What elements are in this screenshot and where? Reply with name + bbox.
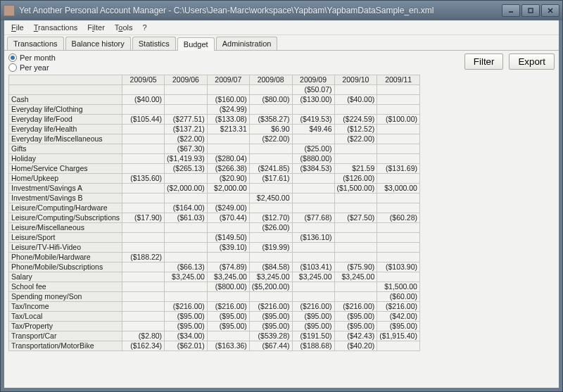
cell[interactable]: ($60.28): [377, 213, 420, 223]
cell[interactable]: [122, 243, 165, 253]
cell[interactable]: [122, 233, 165, 243]
row-header[interactable]: Phone/Mobile/Hardware: [9, 253, 122, 263]
cell[interactable]: [334, 194, 377, 203]
cell[interactable]: ($277.51): [165, 115, 208, 125]
cell[interactable]: ($95.00): [334, 322, 377, 331]
cell[interactable]: [292, 134, 334, 144]
cell[interactable]: ($95.00): [377, 322, 420, 331]
cell[interactable]: ($67.44): [249, 341, 292, 351]
column-header[interactable]: 2009/09: [292, 75, 334, 85]
cell[interactable]: ($27.50): [334, 213, 377, 223]
cell[interactable]: ($149.50): [207, 233, 249, 243]
cell[interactable]: [334, 282, 377, 292]
cell[interactable]: ($266.38): [207, 164, 249, 174]
cell[interactable]: ($12.52): [334, 125, 377, 134]
cell[interactable]: [122, 292, 165, 302]
cell[interactable]: ($135.60): [122, 174, 165, 184]
cell[interactable]: [165, 105, 208, 115]
cell[interactable]: [377, 203, 420, 213]
cell[interactable]: ($137.21): [165, 125, 208, 134]
cell[interactable]: ($2.80): [122, 331, 165, 341]
row-header[interactable]: Everyday life/Clothing: [9, 105, 122, 115]
cell[interactable]: ($22.00): [165, 134, 208, 144]
cell[interactable]: [249, 154, 292, 164]
cell[interactable]: [334, 85, 377, 95]
row-header[interactable]: Leisure/Computing/Hardware: [9, 203, 122, 213]
cell[interactable]: ($17.90): [122, 213, 165, 223]
cell[interactable]: ($34.00): [165, 331, 208, 341]
menu-file[interactable]: File: [7, 22, 28, 33]
radio-per-month[interactable]: Per month: [8, 53, 56, 62]
row-header[interactable]: Home/Service Charges: [9, 164, 122, 174]
cell[interactable]: [377, 174, 420, 184]
cell[interactable]: [207, 331, 249, 341]
cell[interactable]: ($95.00): [165, 322, 208, 331]
cell[interactable]: ($24.99): [207, 105, 249, 115]
cell[interactable]: [334, 144, 377, 154]
row-header[interactable]: [9, 85, 122, 95]
cell[interactable]: [165, 292, 208, 302]
cell[interactable]: ($62.01): [165, 341, 208, 351]
tab-balance-history[interactable]: Balance history: [65, 37, 131, 50]
cell[interactable]: ($25.00): [292, 144, 334, 154]
cell[interactable]: [377, 154, 420, 164]
column-header[interactable]: 2009/11: [377, 75, 420, 85]
cell[interactable]: [122, 272, 165, 282]
cell[interactable]: ($419.53): [292, 115, 334, 125]
cell[interactable]: $3,000.00: [377, 184, 420, 194]
cell[interactable]: ($95.00): [165, 312, 208, 322]
cell[interactable]: [122, 194, 165, 203]
cell[interactable]: $2,000.00: [207, 184, 249, 194]
filter-button[interactable]: Filter: [464, 53, 504, 70]
cell[interactable]: $3,245.00: [249, 272, 292, 282]
cell[interactable]: ($880.00): [292, 154, 334, 164]
cell[interactable]: [165, 243, 208, 253]
cell[interactable]: [122, 125, 165, 134]
cell[interactable]: [292, 184, 334, 194]
cell[interactable]: [334, 154, 377, 164]
row-header[interactable]: Holiday: [9, 154, 122, 164]
cell[interactable]: [165, 85, 208, 95]
cell[interactable]: $6.90: [249, 125, 292, 134]
cell[interactable]: ($1,419.93): [165, 154, 208, 164]
cell[interactable]: [207, 144, 249, 154]
cell[interactable]: [249, 144, 292, 154]
minimize-button[interactable]: [502, 4, 520, 17]
menu-filter[interactable]: Filter: [83, 22, 108, 33]
cell[interactable]: [377, 253, 420, 263]
cell[interactable]: ($249.00): [207, 203, 249, 213]
row-header[interactable]: Home/Upkeep: [9, 174, 122, 184]
row-header[interactable]: Investment/Savings B: [9, 194, 122, 203]
cell[interactable]: [292, 243, 334, 253]
cell[interactable]: ($191.50): [292, 331, 334, 341]
cell[interactable]: [377, 85, 420, 95]
cell[interactable]: [249, 85, 292, 95]
cell[interactable]: [165, 223, 208, 233]
cell[interactable]: [207, 253, 249, 263]
cell[interactable]: [122, 134, 165, 144]
cell[interactable]: ($22.00): [334, 134, 377, 144]
cell[interactable]: ($95.00): [292, 312, 334, 322]
cell[interactable]: ($61.03): [165, 213, 208, 223]
cell[interactable]: ($66.13): [165, 263, 208, 272]
row-header[interactable]: Phone/Mobile/Subscriptions: [9, 263, 122, 272]
cell[interactable]: [122, 263, 165, 272]
cell[interactable]: [334, 233, 377, 243]
cell[interactable]: [165, 253, 208, 263]
row-header[interactable]: Tax/Income: [9, 302, 122, 312]
cell[interactable]: ($280.04): [207, 154, 249, 164]
cell[interactable]: [377, 134, 420, 144]
cell[interactable]: ($539.28): [249, 331, 292, 341]
cell[interactable]: [292, 282, 334, 292]
cell[interactable]: [122, 184, 165, 194]
cell[interactable]: ($136.10): [292, 233, 334, 243]
cell[interactable]: [377, 223, 420, 233]
cell[interactable]: ($265.13): [165, 164, 208, 174]
cell[interactable]: ($800.00): [207, 282, 249, 292]
cell[interactable]: ($1,915.40): [377, 331, 420, 341]
cell[interactable]: ($50.07): [292, 85, 334, 95]
cell[interactable]: ($95.00): [249, 312, 292, 322]
cell[interactable]: [249, 105, 292, 115]
cell[interactable]: ($77.68): [292, 213, 334, 223]
cell[interactable]: $3,245.00: [165, 272, 208, 282]
